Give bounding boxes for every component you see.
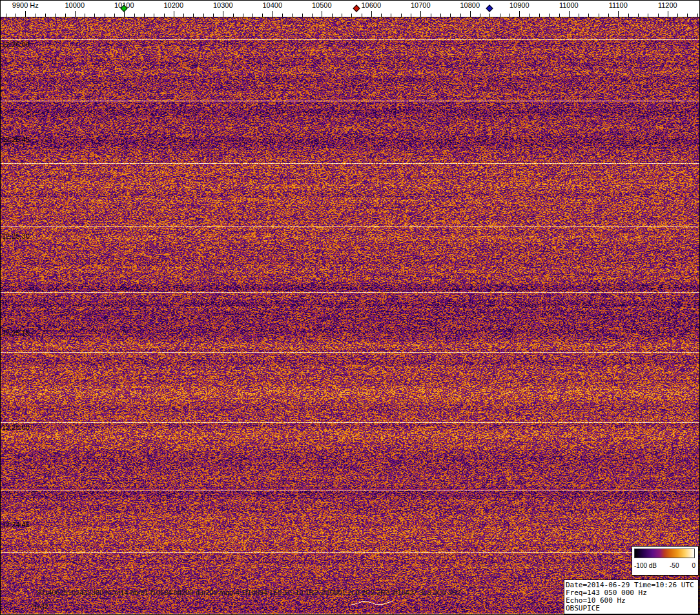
freq-tick-label: 10300	[213, 1, 233, 9]
freq-minor-tick	[697, 14, 698, 17]
freq-minor-tick	[36, 14, 36, 17]
freq-major-tick	[470, 11, 471, 17]
freq-tick-label: 11000	[559, 1, 579, 9]
freq-major-tick	[25, 11, 26, 17]
freq-minor-tick	[6, 14, 6, 17]
freq-minor-tick	[362, 14, 362, 17]
freq-minor-tick	[411, 14, 411, 17]
freq-minor-tick	[243, 14, 243, 17]
cursor-annotation-text: ^t+32	[31, 603, 48, 610]
freq-minor-tick	[302, 14, 303, 17]
freq-minor-tick	[391, 14, 391, 17]
freq-minor-tick	[282, 14, 283, 17]
freq-minor-tick	[262, 14, 263, 17]
db-label-min: -100 dB	[634, 562, 657, 569]
freq-minor-tick	[638, 14, 639, 17]
marker-blue-diamond[interactable]	[486, 5, 493, 12]
freq-minor-tick	[342, 14, 342, 17]
freq-minor-tick	[183, 14, 184, 17]
freq-tick-label: 9900 Hz	[12, 1, 39, 9]
freq-minor-tick	[312, 14, 313, 17]
time-tick-label: 12:25:45	[2, 136, 30, 143]
freq-minor-tick	[648, 14, 648, 17]
freq-minor-tick	[579, 14, 579, 17]
freq-minor-tick	[252, 14, 253, 17]
freq-minor-tick	[588, 14, 589, 17]
freq-minor-tick	[292, 14, 293, 17]
freq-major-tick	[569, 11, 570, 17]
freq-minor-tick	[15, 14, 16, 17]
freq-minor-tick	[440, 14, 441, 17]
freq-major-tick	[75, 11, 76, 17]
freq-minor-tick	[628, 14, 629, 17]
freq-minor-tick	[45, 14, 46, 17]
freq-tick-label: 11100	[609, 1, 628, 9]
db-label-max: 0	[692, 562, 695, 569]
freq-minor-tick	[480, 14, 480, 17]
freq-tick-label: 10000	[65, 1, 85, 9]
freq-minor-tick	[489, 14, 490, 17]
freq-major-tick	[223, 11, 223, 17]
freq-tick-label: 11200	[658, 1, 677, 9]
info-box: Date=2014-06-29 Time=10:26 UTC Freq=143 …	[564, 580, 699, 614]
freq-minor-tick	[431, 14, 431, 17]
freq-minor-tick	[381, 14, 382, 17]
freq-minor-tick	[55, 14, 56, 17]
freq-minor-tick	[530, 14, 530, 17]
freq-minor-tick	[510, 14, 510, 17]
freq-minor-tick	[233, 14, 234, 17]
freq-major-tick	[322, 11, 322, 17]
freq-tick-label: 10800	[460, 1, 480, 9]
detection-log-text: 20140629102432380 hCnt14 nb-81 f10584 hi…	[36, 589, 461, 596]
frequency-ruler[interactable]: 9900 Hz100001010010200103001040010500106…	[1, 1, 699, 17]
freq-minor-tick	[94, 14, 95, 17]
freq-minor-tick	[539, 14, 540, 17]
freq-tick-label: 10500	[312, 1, 332, 9]
freq-minor-tick	[549, 14, 550, 17]
freq-major-tick	[519, 11, 520, 17]
freq-major-tick	[371, 11, 372, 17]
freq-minor-tick	[460, 14, 461, 17]
freq-minor-tick	[164, 14, 165, 17]
colormap-gradient-bar	[634, 549, 695, 558]
freq-minor-tick	[134, 14, 135, 17]
freq-minor-tick	[144, 14, 145, 17]
freq-tick-label: 10700	[411, 1, 431, 9]
spectrogram-app: 9900 Hz100001010010200103001040010500106…	[0, 0, 700, 615]
freq-minor-tick	[500, 14, 500, 17]
freq-minor-tick	[65, 14, 66, 17]
freq-tick-label: 10900	[510, 1, 530, 9]
time-tick-label: 12:25:15	[2, 329, 30, 337]
freq-minor-tick	[559, 14, 560, 17]
freq-minor-tick	[677, 14, 678, 17]
spectrogram-canvas[interactable]	[1, 17, 699, 614]
time-tick-label: 12:25:00	[2, 423, 30, 431]
freq-minor-tick	[154, 14, 154, 17]
time-tick-label: 12:26:00	[2, 41, 30, 48]
db-scale-labels: -100 dB -50 0	[634, 562, 695, 569]
freq-tick-label: 10600	[362, 1, 382, 9]
freq-minor-tick	[401, 14, 402, 17]
freq-minor-tick	[85, 14, 85, 17]
freq-major-tick	[273, 11, 273, 17]
freq-minor-tick	[658, 14, 659, 17]
db-label-mid: -50	[670, 562, 679, 569]
freq-major-tick	[668, 11, 668, 17]
freq-minor-tick	[450, 14, 451, 17]
freq-minor-tick	[599, 14, 599, 17]
time-tick-label: 12:24:45	[2, 521, 30, 529]
freq-major-tick	[174, 11, 174, 17]
freq-minor-tick	[608, 14, 609, 17]
freq-minor-tick	[114, 14, 115, 17]
db-scale-box: -100 dB -50 0	[632, 546, 699, 576]
marker-red-diamond[interactable]	[353, 5, 360, 12]
freq-tick-label: 10400	[263, 1, 283, 9]
freq-major-tick	[420, 11, 421, 17]
freq-minor-tick	[687, 14, 688, 17]
freq-minor-tick	[213, 14, 214, 17]
freq-major-tick	[124, 11, 125, 17]
info-station: OBSUPICE	[566, 605, 697, 612]
time-tick-label: 12:25:30	[2, 232, 30, 240]
freq-minor-tick	[203, 14, 204, 17]
freq-minor-tick	[351, 14, 352, 17]
